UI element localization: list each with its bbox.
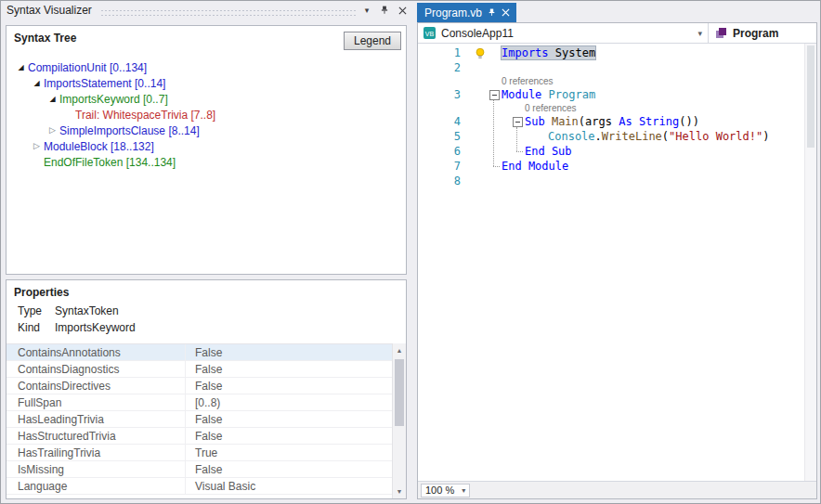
- codelens-references[interactable]: 0 references: [418, 102, 816, 114]
- zoom-control[interactable]: 100 % ▾: [421, 484, 470, 498]
- lightbulb-icon[interactable]: [475, 47, 486, 59]
- property-row[interactable]: LanguageVisual Basic: [7, 478, 392, 495]
- outline-collapse-box[interactable]: [489, 90, 500, 100]
- code-line: 5Console.WriteLine("Hello World!"): [418, 129, 816, 144]
- tab-title: Program.vb: [424, 6, 482, 19]
- scroll-up-icon[interactable]: ▲: [393, 343, 406, 357]
- tree-item-label: ModuleBlock [18..132]: [44, 140, 154, 153]
- line-number: 7: [418, 159, 474, 174]
- code-line: 3Module Program: [418, 87, 816, 102]
- tree-item-label: ImportsStatement [0..14]: [44, 77, 165, 90]
- code-token: [632, 115, 639, 128]
- line-number: 6: [418, 144, 474, 159]
- tree-collapse-icon[interactable]: ◢: [14, 59, 28, 75]
- editor-scrollbar-thumb[interactable]: [807, 45, 814, 148]
- property-kind-label: Kind: [18, 321, 55, 334]
- tree-item[interactable]: ◢CompilationUnit [0..134]: [7, 59, 406, 75]
- property-name: IsMissing: [7, 461, 186, 477]
- property-row[interactable]: HasLeadingTriviaFalse: [7, 411, 392, 428]
- tab-program-vb[interactable]: Program.vb: [417, 3, 516, 22]
- property-row[interactable]: ContainsDiagnosticsFalse: [7, 361, 392, 378]
- line-number: 5: [418, 129, 474, 144]
- tree-collapse-icon[interactable]: ◢: [30, 75, 44, 91]
- code-line: 6End Sub: [418, 144, 816, 159]
- code-text[interactable]: End Module: [489, 159, 816, 174]
- code-token: As: [619, 115, 632, 128]
- project-dropdown[interactable]: VB ConsoleApp11 ▾: [418, 23, 708, 43]
- properties-scrollbar[interactable]: ▲ ▼: [392, 343, 406, 498]
- code-text[interactable]: [489, 174, 816, 188]
- property-row[interactable]: IsMissingFalse: [7, 461, 392, 478]
- glyph-margin: [474, 60, 489, 75]
- glyph-margin: [474, 174, 489, 188]
- property-kind-row: Kind ImportsKeyword: [7, 319, 406, 336]
- tree-item[interactable]: Trail: WhitespaceTrivia [7..8]: [7, 107, 406, 123]
- legend-button[interactable]: Legend: [344, 32, 401, 50]
- code-token: Console: [548, 130, 595, 143]
- tree-expand-icon[interactable]: ▷: [46, 123, 59, 138]
- tree-collapse-icon[interactable]: ◢: [46, 91, 59, 107]
- drag-grip[interactable]: [100, 7, 357, 16]
- property-value: True: [186, 446, 217, 459]
- property-kind-value: ImportsKeyword: [55, 321, 136, 334]
- syntax-tree-list: ◢CompilationUnit [0..134]◢ImportsStateme…: [7, 54, 406, 170]
- tree-item[interactable]: ◢ImportsKeyword [0..7]: [7, 91, 406, 107]
- tree-item[interactable]: ◢ImportsStatement [0..14]: [7, 75, 406, 91]
- tree-item[interactable]: ▷SimpleImportsClause [8..14]: [7, 123, 406, 138]
- property-row[interactable]: ContainsDirectivesFalse: [7, 378, 392, 394]
- tree-item-label: ImportsKeyword [0..7]: [59, 93, 168, 106]
- member-dropdown[interactable]: Program: [709, 23, 816, 43]
- code-editor[interactable]: 1Imports System20 references3Module Prog…: [418, 44, 816, 481]
- code-token: ): [762, 130, 769, 143]
- scroll-down-icon[interactable]: ▼: [393, 485, 406, 498]
- line-number: 3: [418, 87, 474, 102]
- code-line: 7End Module: [418, 159, 816, 174]
- glyph-margin: [474, 87, 489, 102]
- code-text[interactable]: Sub Main(args As String()): [489, 114, 816, 129]
- property-value: False: [186, 463, 222, 476]
- editor-scrollbar[interactable]: [804, 44, 816, 481]
- navigation-bar: VB ConsoleApp11 ▾ Program: [418, 23, 816, 44]
- code-line: 1Imports System: [418, 45, 816, 60]
- zoom-value: 100 %: [425, 485, 454, 496]
- property-type-row: Type SyntaxToken: [7, 303, 406, 319]
- code-token: WriteLine: [602, 130, 662, 143]
- selection-highlight: Imports System: [502, 46, 595, 59]
- code-text[interactable]: [489, 60, 816, 75]
- tree-expand-icon[interactable]: ▷: [30, 138, 44, 154]
- tab-close-icon[interactable]: [502, 8, 510, 17]
- glyph-margin: [474, 114, 489, 129]
- scrollbar-thumb[interactable]: [395, 359, 404, 426]
- window-menu-chevron-icon[interactable]: ▾: [359, 4, 374, 18]
- property-value: False: [186, 380, 222, 393]
- pin-icon[interactable]: [377, 4, 392, 18]
- code-line: 2: [418, 60, 816, 75]
- tab-pin-icon[interactable]: [488, 7, 496, 18]
- codelens-references[interactable]: 0 references: [418, 75, 816, 87]
- member-dropdown-value: Program: [733, 27, 778, 40]
- close-icon[interactable]: [395, 4, 410, 18]
- code-text[interactable]: End Sub: [489, 144, 816, 159]
- code-text[interactable]: Console.WriteLine("Hello World!"): [489, 129, 816, 144]
- property-row[interactable]: FullSpan[0..8): [7, 394, 392, 411]
- property-type-label: Type: [18, 304, 55, 317]
- code-text[interactable]: Imports System: [489, 45, 816, 60]
- tree-item-label: Trail: WhitespaceTrivia [7..8]: [75, 109, 215, 122]
- horizontal-scrollbar[interactable]: [474, 482, 816, 498]
- property-row[interactable]: HasStructuredTriviaFalse: [7, 428, 392, 445]
- tree-item[interactable]: ▷ModuleBlock [18..132]: [7, 138, 406, 154]
- code-text[interactable]: Module Program: [489, 87, 816, 102]
- tree-item[interactable]: EndOfFileToken [134..134]: [7, 154, 406, 170]
- property-value: False: [186, 346, 222, 359]
- line-number: 2: [418, 60, 474, 75]
- properties-header: Properties: [7, 280, 406, 303]
- code-token: [541, 88, 548, 101]
- property-name: HasTrailingTrivia: [7, 445, 186, 460]
- outline-collapse-box[interactable]: [513, 117, 523, 127]
- code-token: ()): [679, 115, 699, 128]
- tool-window-titlebar[interactable]: Syntax Visualizer ▾: [1, 1, 413, 19]
- property-row[interactable]: ContainsAnnotationsFalse: [7, 344, 392, 361]
- tree-item-label: CompilationUnit [0..134]: [28, 61, 147, 74]
- code-token: (: [662, 130, 669, 143]
- property-row[interactable]: HasTrailingTriviaTrue: [7, 445, 392, 461]
